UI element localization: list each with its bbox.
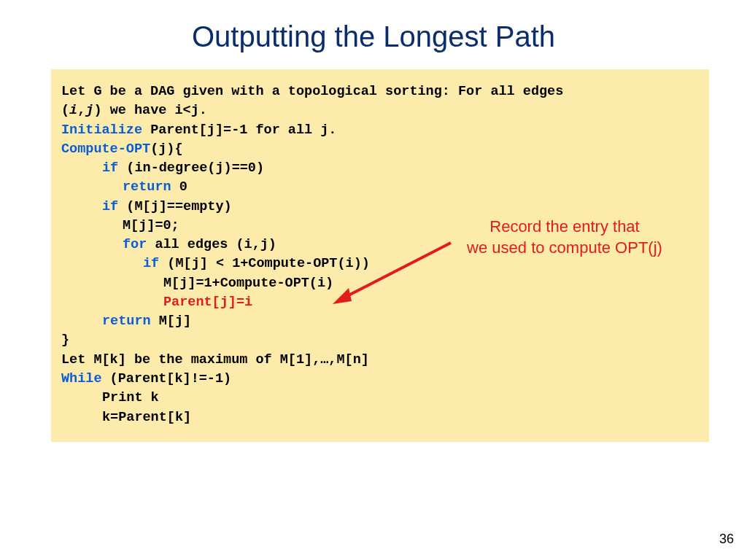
code-line: return 0	[61, 178, 699, 197]
code-line: Let G be a DAG given with a topological …	[61, 82, 699, 101]
code-line: if (in-degree(j)==0)	[61, 159, 699, 178]
code-line: }	[61, 331, 699, 350]
code-block: Let G be a DAG given with a topological …	[51, 69, 709, 442]
code-line: M[j]=1+Compute-OPT(i)	[61, 274, 699, 293]
slide-title: Outputting the Longest Path	[0, 0, 747, 69]
code-line: return M[j]	[61, 312, 699, 331]
annotation-text: Record the entry that we used to compute…	[455, 217, 674, 258]
code-line: Parent[j]=i	[61, 293, 699, 312]
code-line: Compute-OPT(j){	[61, 140, 699, 159]
code-line: if (M[j]==empty)	[61, 198, 699, 217]
code-line: Initialize Parent[j]=-1 for all j.	[61, 121, 699, 140]
page-number: 36	[719, 532, 734, 547]
code-line: k=Parent[k]	[61, 408, 699, 427]
code-line: Print k	[61, 389, 699, 408]
code-line: (i,j) we have i<j.	[61, 101, 699, 120]
code-line: Let M[k] be the maximum of M[1],…,M[n]	[61, 351, 699, 370]
code-line: While (Parent[k]!=-1)	[61, 370, 699, 389]
